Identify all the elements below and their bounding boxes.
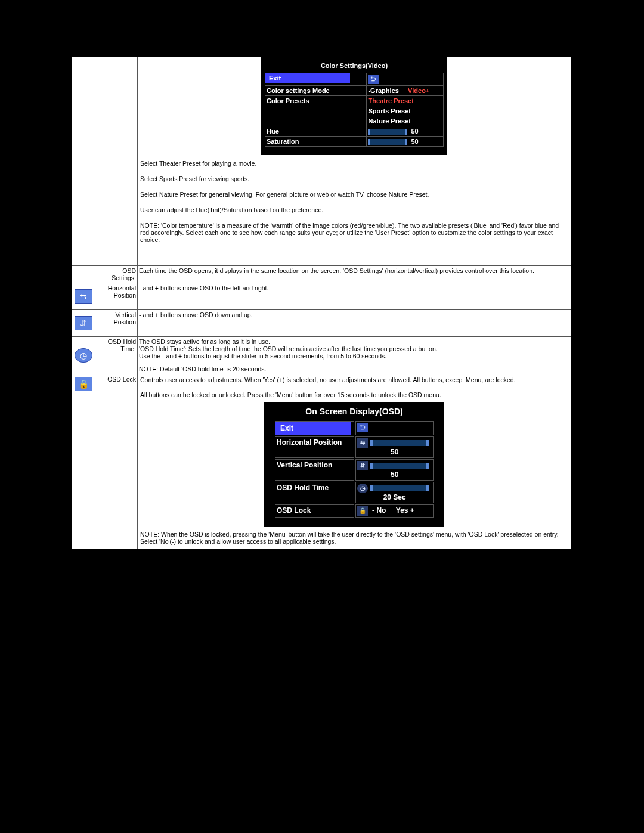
hue-slider[interactable] bbox=[368, 129, 407, 135]
hue-value: 50 bbox=[411, 128, 418, 135]
lock-icon: 🔒 bbox=[75, 377, 92, 391]
hold-note: NOTE: Default 'OSD hold time' is 20 seco… bbox=[139, 366, 569, 373]
osd2-vpos-slider[interactable] bbox=[370, 463, 429, 469]
hpos-body: - and + buttons move OSD to the left and… bbox=[138, 283, 571, 310]
lock-icon: 🔒 bbox=[357, 506, 368, 516]
osd2-footnote: NOTE: When the OSD is locked, pressing t… bbox=[138, 527, 571, 549]
hue-label: Hue bbox=[265, 126, 367, 137]
hposition-icon: ⇆ bbox=[75, 289, 92, 304]
desc-temp: NOTE: 'Color temperature' is a measure o… bbox=[140, 222, 568, 243]
saturation-slider[interactable] bbox=[368, 139, 407, 145]
nature-preset[interactable]: Nature Preset bbox=[367, 116, 444, 126]
hold-body2: 'OSD Hold Time': Sets the length of time… bbox=[139, 345, 569, 352]
osd2-hold-label: OSD Hold Time bbox=[275, 482, 354, 503]
vpos-label: Vertical Position bbox=[95, 310, 138, 337]
hpos-label: Horizontal Position bbox=[95, 283, 138, 310]
hold-label: OSD Hold Time: bbox=[95, 337, 138, 374]
osd2-hpos-slider[interactable] bbox=[370, 440, 429, 446]
osd2-hpos-label: Horizontal Position bbox=[275, 436, 354, 458]
osd-settings-label: OSD Settings: bbox=[95, 266, 138, 283]
clock-icon: ◷ bbox=[357, 484, 368, 493]
color-settings-osd: Color Settings(Video) Exit ⮌ Color setti… bbox=[261, 57, 447, 155]
color-presets-label: Color Presets bbox=[265, 96, 367, 106]
desc-hue: User can adjust the Hue(Tint)/Saturation… bbox=[140, 206, 568, 213]
theatre-preset[interactable]: Theatre Preset bbox=[367, 96, 444, 106]
vposition-icon: ⇵ bbox=[357, 461, 368, 470]
lock-body: Controls user access to adjustments. Whe… bbox=[138, 374, 571, 389]
saturation-value: 50 bbox=[411, 138, 418, 145]
osd2-yes[interactable]: Yes + bbox=[396, 506, 414, 515]
vpos-body: - and + buttons move OSD down and up. bbox=[138, 310, 571, 337]
desc-nature: Select Nature Preset for general viewing… bbox=[140, 191, 568, 198]
sports-preset[interactable]: Sports Preset bbox=[367, 106, 444, 116]
exit-button[interactable]: Exit bbox=[265, 73, 350, 83]
hposition-icon: ⇆ bbox=[357, 438, 368, 448]
hold-body3: Use the - and + buttons to adjust the sl… bbox=[139, 352, 569, 360]
saturation-label: Saturation bbox=[265, 137, 367, 147]
clock-icon: ◷ bbox=[75, 348, 92, 363]
osd2-lock-label: OSD Lock bbox=[275, 504, 354, 518]
lock-label: OSD Lock bbox=[95, 374, 138, 549]
osd2-exit-button[interactable]: Exit bbox=[275, 422, 351, 435]
vposition-icon: ⇵ bbox=[75, 316, 92, 330]
video-plus-option[interactable]: Video+ bbox=[408, 87, 429, 94]
osd2-hold-slider[interactable] bbox=[370, 485, 429, 491]
osd2-vpos-value: 50 bbox=[357, 470, 432, 479]
exit-icon: ⮌ bbox=[368, 75, 379, 84]
osd2-title: On Screen Display(OSD) bbox=[268, 404, 441, 420]
osd2-vpos-label: Vertical Position bbox=[275, 459, 354, 481]
desc-theater: Select Theater Preset for playing a movi… bbox=[140, 160, 568, 167]
hold-body1: The OSD stays active for as long as it i… bbox=[139, 338, 569, 345]
osd-settings-body: Each time the OSD opens, it displays in … bbox=[138, 266, 571, 283]
osd2-hpos-value: 50 bbox=[357, 448, 432, 456]
color-mode-label: Color settings Mode bbox=[265, 86, 367, 96]
graphics-option[interactable]: -Graphics bbox=[368, 87, 398, 94]
osd2-hold-value: 20 Sec bbox=[357, 493, 432, 501]
exit-icon: ⮌ bbox=[357, 423, 368, 432]
osd-title: Color Settings(Video) bbox=[265, 60, 444, 73]
lock-all: All buttons can be locked or unlocked. P… bbox=[138, 389, 571, 402]
osd2-no[interactable]: - No bbox=[372, 506, 386, 515]
desc-sports: Select Sports Preset for viewing sports. bbox=[140, 175, 568, 182]
osd-display-osd: On Screen Display(OSD) Exit ⮌ Horizontal… bbox=[264, 402, 444, 527]
